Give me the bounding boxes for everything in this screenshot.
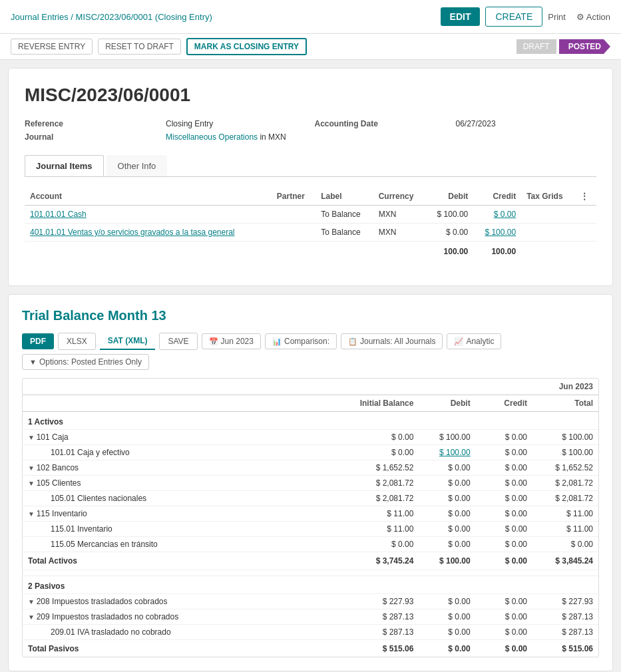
- trial-initial: $ 227.93: [331, 594, 419, 609]
- comparison-icon: 📊: [272, 337, 282, 346]
- credit-cell[interactable]: $ 0.00: [473, 206, 521, 224]
- trial-table: Jun 2023 Initial Balance Debit Credit To…: [23, 379, 598, 657]
- chevron-icon[interactable]: ▼: [28, 464, 37, 472]
- col-initial-balance: Initial Balance: [331, 395, 419, 412]
- edit-button[interactable]: EDIT: [441, 7, 481, 26]
- trial-credit: $ 0.00: [476, 506, 532, 522]
- trial-account[interactable]: ▼ 115 Inventario: [23, 506, 331, 522]
- calendar-icon: 📅: [209, 337, 218, 346]
- trial-debit: $ 0.00: [419, 522, 475, 537]
- chevron-icon[interactable]: ▼: [28, 434, 37, 441]
- action-link[interactable]: ⚙ Action: [576, 12, 610, 22]
- total-total: $ 3,845.24: [532, 552, 598, 570]
- mark-closing-button[interactable]: MARK AS CLOSING ENTRY: [186, 38, 307, 55]
- col-credit-th: Credit: [476, 395, 532, 412]
- trial-account[interactable]: ▼ 209 Impuestos trasladados no cobrados: [23, 609, 331, 625]
- journals-filter[interactable]: 📋 Journals: All Journals: [341, 333, 443, 349]
- trial-initial: $ 1,652.52: [331, 460, 419, 476]
- reverse-entry-button[interactable]: REVERSE ENTRY: [11, 39, 93, 55]
- analytic-filter[interactable]: 📈 Analytic: [447, 333, 501, 349]
- trial-credit: $ 0.00: [476, 609, 532, 625]
- currency-cell: MXN: [373, 206, 426, 224]
- pdf-button[interactable]: PDF: [22, 333, 54, 349]
- trial-table-container[interactable]: Jun 2023 Initial Balance Debit Credit To…: [22, 378, 599, 657]
- trial-row: 101.01 Caja y efectivo $ 0.00 $ 100.00 $…: [23, 445, 598, 460]
- trial-debit: $ 0.00: [419, 506, 475, 522]
- xlsx-button[interactable]: XLSX: [58, 333, 96, 350]
- col-total-th: Total: [532, 395, 598, 412]
- trial-debit[interactable]: $ 100.00: [419, 445, 475, 460]
- trial-row: 209.01 IVA trasladado no cobrado $ 287.1…: [23, 625, 598, 640]
- sat-xml-button[interactable]: SAT (XML): [100, 333, 156, 350]
- trial-credit: $ 0.00: [476, 625, 532, 640]
- account-cell[interactable]: 401.01.01 Ventas y/o servicios gravados …: [25, 224, 272, 242]
- total-credit: $ 0.00: [476, 552, 532, 570]
- top-right-actions: Print ⚙ Action: [548, 12, 610, 22]
- draft-badge: DRAFT: [517, 39, 556, 54]
- label-cell: To Balance: [315, 224, 373, 242]
- total-credit: 100.00: [473, 242, 521, 262]
- accounting-date-label: Accounting Date: [315, 119, 448, 128]
- trial-month-num: 13: [152, 308, 166, 323]
- trial-debit: $ 0.00: [419, 476, 475, 491]
- trial-credit: $ 0.00: [476, 491, 532, 506]
- tab-other-info[interactable]: Other Info: [106, 155, 168, 176]
- trial-initial: $ 11.00: [331, 522, 419, 537]
- trial-account[interactable]: 105.01 Clientes nacionales: [23, 491, 331, 506]
- chevron-icon[interactable]: ▼: [28, 480, 37, 487]
- create-button[interactable]: CREATE: [485, 7, 542, 27]
- trial-debit: $ 0.00: [419, 609, 475, 625]
- date-filter[interactable]: 📅 Jun 2023: [202, 333, 261, 349]
- section-total-row: Total Pasivos $ 515.06 $ 0.00 $ 0.00 $ 5…: [23, 640, 598, 658]
- trial-title-text: Trial Balance Month: [22, 308, 148, 323]
- total-debit: $ 100.00: [419, 552, 475, 570]
- col-currency: Currency: [373, 188, 426, 206]
- trial-account[interactable]: 101.01 Caja y efectivo: [23, 445, 331, 460]
- breadcrumb-base[interactable]: Journal Entries: [11, 12, 69, 22]
- trial-total: $ 287.13: [532, 609, 598, 625]
- chevron-icon[interactable]: ▼: [28, 510, 37, 518]
- trial-debit: $ 0.00: [419, 594, 475, 609]
- entry-title: MISC/2023/06/0001: [25, 84, 596, 106]
- trial-initial: $ 287.13: [331, 625, 419, 640]
- trial-credit: $ 0.00: [476, 430, 532, 445]
- chevron-icon[interactable]: ▼: [28, 613, 37, 621]
- trial-account[interactable]: ▼ 105 Clientes: [23, 476, 331, 491]
- reset-to-draft-button[interactable]: RESET TO DRAFT: [98, 39, 181, 55]
- journal-table: Account Partner Label Currency Debit Cre…: [25, 188, 596, 261]
- chevron-icon[interactable]: ▼: [28, 598, 37, 605]
- trial-account[interactable]: ▼ 102 Bancos: [23, 460, 331, 476]
- journal-entry-card: MISC/2023/06/0001 Reference Closing Entr…: [8, 68, 613, 286]
- analytic-icon: 📈: [454, 337, 463, 346]
- journal-link[interactable]: Miscellaneous Operations: [166, 132, 258, 142]
- trial-account[interactable]: 209.01 IVA trasladado no cobrado: [23, 625, 331, 640]
- save-button[interactable]: SAVE: [159, 333, 197, 350]
- trial-account[interactable]: ▼ 208 Impuestos trasladados cobrados: [23, 594, 331, 609]
- trial-account[interactable]: ▼ 101 Caja: [23, 430, 331, 445]
- col-account-th: [23, 395, 331, 412]
- journals-icon: 📋: [348, 337, 357, 346]
- breadcrumb: Journal Entries / MISC/2023/06/0001 (Clo…: [11, 12, 435, 22]
- trial-account[interactable]: 115.05 Mercancias en tránsito: [23, 537, 331, 552]
- comparison-filter[interactable]: 📊 Comparison:: [265, 333, 337, 349]
- label-cell: To Balance: [315, 206, 373, 224]
- section-header: 1 Activos: [23, 412, 598, 430]
- total-initial: $ 515.06: [331, 640, 419, 658]
- trial-credit: $ 0.00: [476, 476, 532, 491]
- tabs-container: Journal Items Other Info: [25, 155, 596, 177]
- print-link[interactable]: Print: [548, 12, 566, 22]
- total-label: Total Activos: [23, 552, 331, 570]
- col-more[interactable]: ⋮: [575, 188, 596, 206]
- credit-cell[interactable]: $ 100.00: [473, 224, 521, 242]
- trial-credit: $ 0.00: [476, 522, 532, 537]
- trial-row: ▼ 102 Bancos $ 1,652.52 $ 0.00 $ 0.00 $ …: [23, 460, 598, 476]
- account-cell[interactable]: 101.01.01 Cash: [25, 206, 272, 224]
- journal-label: Journal: [25, 132, 158, 142]
- options-filter[interactable]: ▼ Options: Posted Entries Only: [22, 354, 149, 370]
- col-debit-th: Debit: [419, 395, 475, 412]
- trial-total: $ 2,081.72: [532, 491, 598, 506]
- tab-journal-items[interactable]: Journal Items: [25, 155, 104, 176]
- trial-account[interactable]: 115.01 Inventario: [23, 522, 331, 537]
- section-total-row: Total Activos $ 3,745.24 $ 100.00 $ 0.00…: [23, 552, 598, 570]
- totals-row: 100.00 100.00: [25, 242, 596, 262]
